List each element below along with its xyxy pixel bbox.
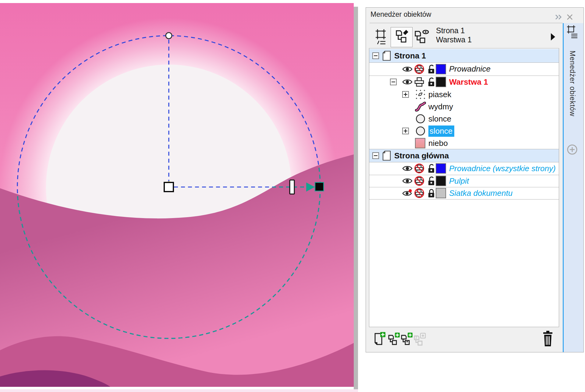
row-label[interactable]: slonce bbox=[428, 113, 451, 125]
docker-title: Menedżer obiektów bbox=[370, 10, 431, 19]
page-row-strona-g-wna[interactable]: Strona główna bbox=[369, 149, 559, 162]
row-label[interactable]: Warstwa 1 bbox=[449, 76, 488, 88]
object-type-icon-curve bbox=[415, 101, 426, 112]
row-label[interactable]: Strona 1 bbox=[394, 49, 426, 62]
layer-row-prowadnice-wszystkie-strony-[interactable]: Prowadnice (wszystkie strony) bbox=[369, 162, 559, 175]
unlocked-icon[interactable] bbox=[427, 176, 436, 186]
object-properties-icon[interactable] bbox=[374, 29, 388, 47]
row-label[interactable]: Prowadnice (wszystkie strony) bbox=[449, 162, 556, 175]
canvas-drop-shadow bbox=[354, 7, 358, 390]
new-layer-button[interactable] bbox=[387, 332, 401, 348]
row-label[interactable]: Strona główna bbox=[394, 149, 449, 162]
layer-color-swatch[interactable] bbox=[436, 188, 446, 198]
object-tree[interactable]: Strona 1ProwadniceWarstwa 1piasekwydmysl… bbox=[369, 48, 559, 327]
quick-customize-button[interactable] bbox=[566, 144, 578, 157]
active-tab-accent-line bbox=[563, 23, 564, 352]
expand-toggle-icon[interactable] bbox=[402, 128, 409, 134]
row-label[interactable]: piasek bbox=[428, 88, 451, 101]
layer-row-niebo[interactable]: niebo bbox=[369, 137, 559, 149]
layer-row-slonce[interactable]: slonce bbox=[369, 125, 559, 137]
layer-row-siatka-dokumentu[interactable]: Siatka dokumentu bbox=[369, 187, 559, 199]
page-icon bbox=[382, 150, 391, 161]
current-page-layer-indicator: Strona 1 Warstwa 1 bbox=[436, 26, 472, 44]
row-label[interactable]: Siatka dokumentu bbox=[449, 187, 512, 199]
expand-toggle-icon[interactable] bbox=[372, 52, 379, 59]
object-type-icon-group bbox=[415, 89, 426, 100]
collapse-docker-button[interactable] bbox=[555, 13, 563, 21]
midpoint-slider[interactable] bbox=[290, 180, 294, 194]
current-page: Strona 1 bbox=[436, 26, 472, 35]
new-page-button[interactable] bbox=[373, 332, 386, 348]
visibility-eye-icon[interactable] bbox=[402, 177, 413, 185]
delete-button[interactable] bbox=[543, 330, 553, 348]
docker-pin-icon[interactable] bbox=[566, 25, 579, 41]
object-manager-docker: Menedżer obiektów bbox=[366, 7, 584, 352]
layer-row-slonce[interactable]: slonce bbox=[369, 113, 559, 125]
visibility-eye-icon[interactable] bbox=[402, 189, 413, 197]
layer-row-wydmy[interactable]: wydmy bbox=[369, 101, 559, 113]
flyout-arrow-button[interactable] bbox=[550, 33, 556, 42]
unlocked-icon[interactable] bbox=[427, 163, 436, 174]
non-printable-icon[interactable] bbox=[414, 176, 425, 186]
docker-tab-strip: Menedżer obiektów bbox=[563, 23, 583, 352]
locked-icon[interactable] bbox=[427, 188, 436, 198]
expand-toggle-icon[interactable] bbox=[390, 79, 397, 85]
object-type-icon-ellipse bbox=[415, 113, 426, 124]
visibility-eye-icon[interactable] bbox=[402, 65, 413, 73]
expand-toggle-icon[interactable] bbox=[372, 152, 379, 159]
new-master-layer-all-pages-button: 2 bbox=[413, 332, 427, 348]
object-fill-swatch bbox=[415, 138, 425, 148]
row-label[interactable]: niebo bbox=[428, 137, 448, 149]
row-separator bbox=[369, 199, 559, 200]
bottom-page-strip bbox=[0, 389, 358, 392]
non-printable-icon[interactable] bbox=[414, 163, 425, 174]
layer-color-swatch[interactable] bbox=[436, 64, 446, 74]
end-node[interactable] bbox=[315, 182, 324, 191]
current-layer: Warstwa 1 bbox=[436, 35, 472, 44]
layer-row-pulpit[interactable]: Pulpit bbox=[369, 175, 559, 187]
row-label[interactable]: slonce bbox=[428, 125, 454, 137]
svg-text:2: 2 bbox=[415, 336, 417, 339]
layer-row-prowadnice[interactable]: Prowadnice bbox=[369, 62, 559, 76]
visibility-eye-icon[interactable] bbox=[402, 164, 413, 172]
tab-menedzer-obiektow[interactable]: Menedżer obiektów bbox=[568, 51, 576, 116]
object-type-icon-ellipse bbox=[415, 125, 426, 136]
layer-color-swatch[interactable] bbox=[436, 163, 446, 174]
non-printable-icon[interactable] bbox=[414, 64, 425, 74]
layer-manager-view-icon[interactable] bbox=[413, 29, 429, 47]
row-label[interactable]: Prowadnice bbox=[449, 62, 491, 76]
layer-row-piasek[interactable]: piasek bbox=[369, 88, 559, 101]
row-label[interactable]: Pulpit bbox=[449, 175, 469, 187]
non-printable-icon[interactable] bbox=[414, 188, 425, 198]
document-canvas[interactable] bbox=[0, 0, 354, 392]
top-node[interactable] bbox=[166, 33, 172, 39]
row-label[interactable]: wydmy bbox=[428, 101, 453, 113]
close-docker-button[interactable] bbox=[566, 13, 574, 21]
expand-toggle-icon[interactable] bbox=[402, 91, 409, 98]
layer-color-swatch[interactable] bbox=[436, 176, 446, 186]
visibility-eye-icon[interactable] bbox=[402, 78, 413, 86]
row-separator bbox=[369, 149, 559, 149]
page-icon bbox=[382, 51, 391, 61]
pencil-icon bbox=[403, 30, 408, 35]
printable-icon[interactable] bbox=[414, 77, 425, 87]
new-master-layer-button[interactable] bbox=[400, 332, 414, 348]
edit-across-layers-button[interactable] bbox=[391, 27, 413, 47]
layer-color-swatch[interactable] bbox=[436, 77, 446, 87]
unlocked-icon[interactable] bbox=[427, 64, 436, 74]
center-node[interactable] bbox=[164, 182, 173, 192]
page-row-strona-1[interactable]: Strona 1 bbox=[369, 49, 559, 62]
title-separator bbox=[370, 23, 562, 23]
unlocked-icon[interactable] bbox=[427, 77, 436, 87]
layer-row-warstwa-1[interactable]: Warstwa 1 bbox=[369, 76, 559, 88]
